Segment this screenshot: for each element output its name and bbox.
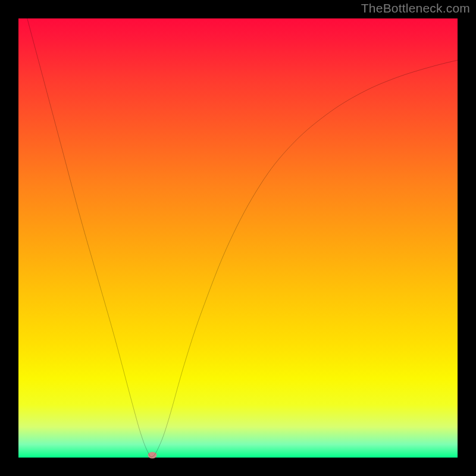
chart-frame: TheBottleneck.com	[0, 0, 476, 476]
bottleneck-curve	[18, 18, 458, 458]
plot-area	[18, 18, 458, 458]
curve-path	[27, 18, 458, 457]
attribution-label: TheBottleneck.com	[361, 1, 470, 15]
